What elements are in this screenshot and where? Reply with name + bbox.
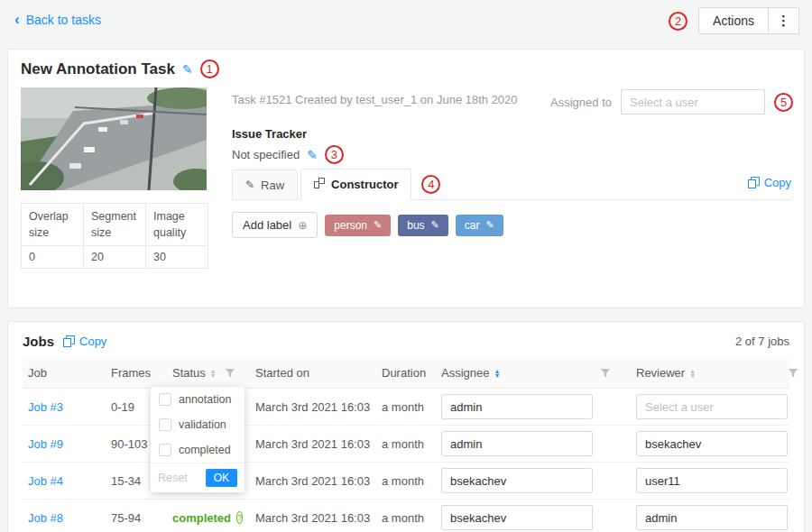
add-label-button[interactable]: Add label ⊕	[232, 212, 318, 238]
label-chip-car-text: car	[465, 219, 480, 232]
tab-raw-label: Raw	[261, 179, 284, 192]
param-value-segment: 20	[84, 246, 146, 269]
edit-label-bus-icon[interactable]: ✎	[431, 219, 439, 231]
labels-copy-button[interactable]: Copy	[748, 176, 791, 189]
edit-label-person-icon[interactable]: ✎	[374, 219, 382, 231]
param-value-quality: 30	[146, 246, 208, 269]
filter-option-validation[interactable]: validation	[151, 412, 245, 437]
filter-ok-button[interactable]: OK	[206, 469, 237, 487]
started-value: March 3rd 2021 16:03	[250, 400, 376, 414]
filter-option-completed-label: completed	[179, 444, 231, 456]
actions-more-icon[interactable]: ⋮	[769, 7, 799, 34]
annotation-marker-1: 1	[200, 60, 219, 78]
jobs-card: Jobs Copy 2 of 7 jobs Job Frames Status …	[7, 321, 805, 532]
copy-icon	[63, 335, 75, 347]
filter-icon	[225, 368, 235, 379]
duration-value: a month	[376, 437, 436, 451]
assignee-filter-button[interactable]	[595, 368, 631, 379]
reviewer-filter-button[interactable]	[782, 368, 798, 379]
checkbox-annotation[interactable]	[159, 393, 171, 406]
annotation-marker-3: 3	[325, 145, 344, 164]
annotation-marker-2: 2	[669, 12, 687, 31]
status-filter-dropdown: annotation validation completed Reset OK	[151, 387, 245, 492]
task-thumbnail-image	[21, 87, 207, 190]
status-completed-text: completed	[172, 511, 231, 525]
column-status-sort[interactable]: Status ▲▼	[167, 366, 219, 380]
filter-reset-button[interactable]: Reset	[158, 472, 188, 484]
duration-value: a month	[376, 400, 436, 414]
labels-editor-tabs: ✎ Raw Constructor 4 Copy	[232, 169, 791, 200]
filter-icon	[600, 368, 611, 379]
job-8-link[interactable]: Job #8	[28, 511, 63, 525]
reviewer-select[interactable]	[636, 431, 788, 456]
column-job: Job	[23, 366, 106, 380]
question-circle-icon[interactable]: ?	[236, 511, 243, 524]
reviewer-select[interactable]	[636, 468, 788, 493]
task-thumbnail	[21, 87, 207, 190]
label-chip-person[interactable]: person ✎	[325, 215, 391, 236]
duration-value: a month	[376, 511, 436, 525]
task-assignee-input[interactable]	[621, 89, 765, 115]
job-4-link[interactable]: Job #4	[28, 474, 63, 488]
copy-icon	[748, 177, 760, 188]
param-value-overlap: 0	[22, 246, 84, 269]
table-row: Job #8 75-94 completed ? March 3rd 2021 …	[23, 500, 789, 532]
tab-raw[interactable]: ✎ Raw	[232, 170, 298, 199]
started-value: March 3rd 2021 16:03	[250, 474, 376, 488]
assignee-select[interactable]	[441, 505, 593, 530]
assigned-to-label: Assigned to	[550, 96, 612, 109]
add-label-text: Add label	[243, 218, 291, 232]
edit-issue-tracker-icon[interactable]: ✎	[307, 148, 318, 162]
back-to-tasks-link[interactable]: ‹ Back to tasks	[14, 13, 101, 27]
issue-tracker-value: Not specified	[232, 148, 300, 161]
actions-button[interactable]: Actions	[698, 7, 769, 34]
table-row: Job #9 90-103 March 3rd 2021 16:03 a mon…	[23, 426, 789, 463]
jobs-copy-button[interactable]: Copy	[63, 335, 106, 348]
constructor-icon	[314, 178, 325, 191]
task-params-table: Overlap size Segment size Image quality …	[21, 203, 208, 269]
task-meta-text: Task #1521 Created by test_user_1 on Jun…	[232, 93, 518, 106]
labels-copy-label: Copy	[764, 176, 791, 189]
label-chip-bus[interactable]: bus ✎	[398, 215, 448, 236]
column-started-on: Started on	[250, 366, 376, 380]
label-chip-person-text: person	[334, 219, 367, 232]
issue-tracker-label: Issue Tracker	[232, 127, 307, 141]
job-9-link[interactable]: Job #9	[28, 437, 63, 451]
reviewer-select[interactable]	[636, 394, 788, 419]
assignee-select[interactable]	[441, 468, 593, 493]
status-filter-button[interactable]	[219, 368, 250, 379]
edit-label-car-icon[interactable]: ✎	[485, 219, 494, 231]
column-duration: Duration	[376, 366, 436, 380]
param-header-quality: Image quality	[146, 204, 208, 246]
table-row: Job #4 15-34 March 3rd 2021 16:03 a mont…	[23, 463, 789, 500]
filter-option-annotation[interactable]: annotation	[151, 387, 245, 412]
column-reviewer-sort[interactable]: Reviewer ▲▼	[631, 366, 782, 380]
job-3-link[interactable]: Job #3	[28, 400, 63, 414]
started-value: March 3rd 2021 16:03	[250, 437, 376, 451]
checkbox-completed[interactable]	[159, 444, 171, 456]
plus-circle-icon: ⊕	[298, 219, 307, 232]
jobs-table: Job Frames Status ▲▼ Started on Duration…	[23, 358, 789, 532]
sort-icon: ▲▼	[689, 369, 696, 378]
sort-icon: ▲▼	[210, 369, 217, 378]
frames-value: 75-94	[106, 511, 167, 525]
filter-option-completed[interactable]: completed	[151, 437, 245, 463]
column-assignee-sort[interactable]: Assignee ▲▼	[436, 366, 595, 380]
constructor-panel: Add label ⊕ person ✎ bus ✎ car ✎	[232, 200, 791, 238]
edit-title-icon[interactable]: ✎	[182, 62, 193, 77]
param-header-segment: Segment size	[84, 204, 146, 246]
top-bar: ‹ Back to tasks 2 Actions ⋮	[0, 0, 812, 41]
tab-constructor-label: Constructor	[331, 178, 398, 191]
assignee-select[interactable]	[441, 394, 593, 419]
label-chip-car[interactable]: car ✎	[456, 215, 503, 236]
assignee-select[interactable]	[441, 431, 593, 456]
annotation-marker-5: 5	[774, 93, 793, 112]
filter-option-annotation-label: annotation	[179, 393, 231, 406]
labels-editor: ✎ Raw Constructor 4 Copy Add label ⊕ per…	[232, 169, 791, 238]
checkbox-validation[interactable]	[159, 418, 171, 431]
tab-constructor[interactable]: Constructor	[300, 169, 411, 200]
jobs-table-header: Job Frames Status ▲▼ Started on Duration…	[23, 358, 789, 389]
reviewer-select[interactable]	[636, 505, 788, 530]
actions-button-group: Actions ⋮	[698, 7, 799, 34]
started-value: March 3rd 2021 16:03	[250, 511, 376, 525]
